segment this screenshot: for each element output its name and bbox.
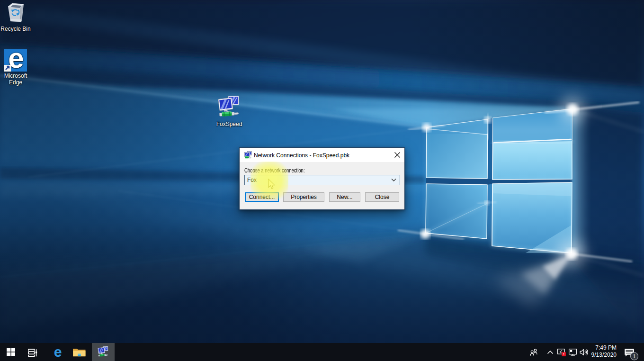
svg-text:!: ! bbox=[563, 352, 564, 356]
svg-text:1: 1 bbox=[633, 353, 636, 359]
svg-text:e: e bbox=[54, 346, 62, 358]
